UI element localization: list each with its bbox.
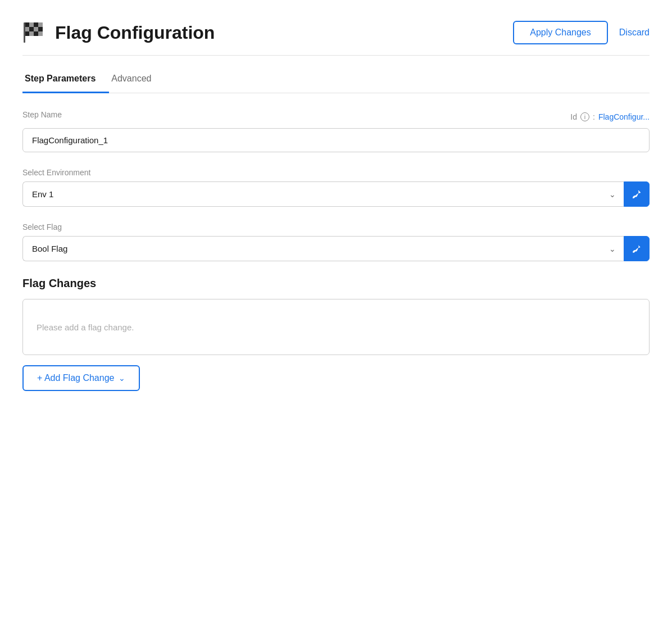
header-left: Flag Configuration: [22, 20, 215, 45]
step-name-group: Step Name Id i : FlagConfigur...: [22, 110, 650, 152]
select-flag-dropdown[interactable]: Bool Flag: [22, 236, 624, 261]
svg-rect-10: [34, 31, 38, 36]
svg-rect-11: [38, 31, 43, 36]
tab-advanced[interactable]: Advanced: [109, 67, 165, 93]
flag-changes-group: Flag Changes Please add a flag change. +…: [22, 277, 650, 391]
id-colon: :: [593, 112, 595, 121]
discard-button[interactable]: Discard: [619, 22, 650, 43]
page-header: Flag Configuration Apply Changes Discard: [22, 11, 650, 56]
select-environment-label: Select Environment: [22, 168, 650, 177]
svg-rect-5: [29, 27, 34, 31]
step-name-input[interactable]: [22, 128, 650, 152]
flag-changes-title: Flag Changes: [22, 277, 650, 290]
id-label-text: Id: [570, 112, 577, 121]
svg-rect-7: [38, 27, 43, 31]
svg-rect-4: [25, 27, 29, 31]
apply-changes-button[interactable]: Apply Changes: [513, 21, 608, 44]
add-flag-label: + Add Flag Change: [37, 373, 114, 383]
flag-icon: [22, 20, 47, 45]
info-icon[interactable]: i: [580, 112, 589, 121]
tab-step-parameters[interactable]: Step Parameters: [22, 67, 109, 93]
flag-pin-button[interactable]: [624, 236, 650, 261]
id-value[interactable]: FlagConfigur...: [598, 112, 650, 121]
environment-pin-button[interactable]: [624, 181, 650, 207]
flag-changes-empty-box: Please add a flag change.: [22, 299, 650, 355]
tab-bar: Step Parameters Advanced: [22, 67, 650, 93]
page-title: Flag Configuration: [55, 22, 215, 43]
svg-rect-0: [25, 22, 29, 27]
empty-flag-placeholder: Please add a flag change.: [37, 322, 134, 332]
id-section: Id i : FlagConfigur...: [570, 112, 650, 121]
svg-rect-9: [29, 31, 34, 36]
select-environment-container: Env 1 ⌄: [22, 181, 650, 207]
header-actions: Apply Changes Discard: [513, 21, 650, 44]
svg-rect-1: [29, 22, 34, 27]
form-content: Step Name Id i : FlagConfigur... Select …: [22, 93, 650, 424]
svg-rect-2: [34, 22, 38, 27]
svg-rect-3: [38, 22, 43, 27]
svg-rect-8: [25, 31, 29, 36]
select-flag-label: Select Flag: [22, 222, 650, 231]
select-environment-wrapper: Env 1 ⌄: [22, 181, 624, 207]
add-flag-chevron-icon: ⌄: [119, 374, 125, 383]
svg-rect-12: [24, 22, 25, 43]
flag-pin-icon: [632, 244, 642, 254]
add-flag-change-button[interactable]: + Add Flag Change ⌄: [22, 365, 140, 391]
select-environment-dropdown[interactable]: Env 1: [22, 181, 624, 207]
select-flag-group: Select Flag Bool Flag ⌄: [22, 222, 650, 261]
select-environment-group: Select Environment Env 1 ⌄: [22, 168, 650, 207]
step-name-label: Step Name: [22, 110, 62, 119]
pin-icon: [632, 189, 642, 199]
select-flag-container: Bool Flag ⌄: [22, 236, 650, 261]
step-name-header: Step Name Id i : FlagConfigur...: [22, 110, 650, 124]
select-flag-wrapper: Bool Flag ⌄: [22, 236, 624, 261]
svg-rect-6: [34, 27, 38, 31]
